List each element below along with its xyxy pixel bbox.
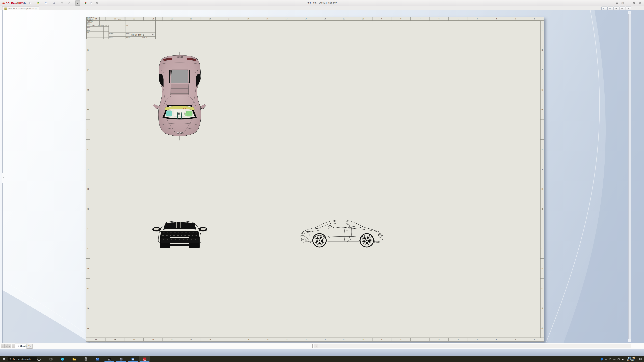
help-bubble-tray-icon[interactable]: ?	[600, 356, 604, 362]
zone-label: 18	[201, 17, 220, 20]
zone-label: R	[86, 40, 90, 60]
open-dropdown-arrow-icon[interactable]	[40, 1, 42, 5]
open-button[interactable]	[36, 1, 40, 5]
vertical-scroll-thumb[interactable]	[628, 14, 631, 339]
taskbar-search-input[interactable]: Type here to search	[8, 357, 37, 361]
pane-right-button[interactable]	[608, 6, 613, 10]
sheet-nav-prev-button[interactable]	[4, 344, 8, 348]
zone-label: 5	[448, 17, 468, 20]
zone-label: L	[540, 120, 544, 139]
sheet-nav-first-button[interactable]	[1, 344, 4, 348]
options-button[interactable]	[94, 1, 99, 5]
windows-logo-icon	[2, 358, 5, 361]
mail-taskbar-icon[interactable]	[92, 356, 103, 362]
scroll-left-icon[interactable]	[314, 344, 318, 348]
tab-scrollbar-splitter[interactable]	[312, 344, 314, 348]
solidworks-2021-taskbar-icon[interactable]: 2021	[139, 356, 150, 362]
save-button[interactable]	[44, 1, 48, 5]
zone-ruler-top: 242322212019181716151413121110987654321	[86, 17, 544, 21]
zone-label: E	[540, 239, 544, 259]
tb-row-label: DRAWN	[87, 27, 90, 28]
select-button[interactable]	[75, 0, 80, 5]
zone-label: 3	[487, 17, 506, 20]
sphere-app-taskbar-icon[interactable]	[116, 356, 126, 362]
car-top-view[interactable]	[152, 51, 207, 141]
zone-label: A	[540, 318, 544, 338]
new-document-button[interactable]	[28, 1, 32, 5]
save-dropdown-arrow-icon[interactable]	[48, 1, 50, 5]
add-sheet-button[interactable]	[26, 344, 32, 349]
tb-line	[112, 25, 112, 32]
zone-label: 5	[448, 338, 468, 341]
select-dropdown-arrow-icon[interactable]	[80, 1, 82, 5]
options-dropdown-arrow-icon[interactable]	[99, 1, 101, 5]
help-button[interactable]: ?	[620, 1, 626, 5]
restore-button[interactable]	[631, 1, 637, 5]
sheet-count-text: SHEET 1 OF 1	[142, 37, 148, 38]
material-label: MATERIAL:	[109, 33, 114, 34]
revision-label: REVISION	[148, 18, 153, 19]
battery-tray-icon[interactable]	[612, 356, 616, 362]
menu-expand-arrow-icon[interactable]	[18, 2, 18, 4]
graphics-area[interactable]: 242322212019181716151413121110987654321 …	[0, 10, 644, 343]
print-button[interactable]	[52, 1, 56, 5]
minimize-child-button[interactable]	[614, 6, 619, 10]
cortana-taskbar-icon[interactable]	[34, 356, 44, 362]
start-button[interactable]	[0, 356, 8, 362]
vertical-scrollbar[interactable]	[628, 11, 631, 342]
zone-label: 8	[392, 17, 410, 20]
zone-label: 8	[392, 338, 410, 341]
action-center-button[interactable]	[638, 356, 643, 362]
feature-manager-expand-handle[interactable]	[2, 173, 5, 183]
drawing-sheet[interactable]: 242322212019181716151413121110987654321 …	[86, 17, 544, 342]
traffic-light-button[interactable]	[84, 1, 88, 5]
blue-app-taskbar-icon[interactable]	[128, 356, 138, 362]
zone-label: 16	[239, 338, 258, 341]
feature-manager-collapsed-panel[interactable]	[0, 10, 2, 343]
scroll-down-icon[interactable]	[628, 339, 631, 342]
zone-label: 4	[468, 338, 487, 341]
scroll-up-icon[interactable]	[628, 11, 631, 13]
close-button[interactable]	[637, 1, 643, 5]
chevron-up-tray-icon[interactable]	[604, 356, 608, 362]
tb-line	[86, 37, 108, 38]
tb-col-header: NAME	[92, 25, 94, 26]
tb-row-label: Q.A	[87, 33, 88, 34]
home-button[interactable]	[22, 1, 27, 5]
network-tray-icon[interactable]	[616, 356, 621, 362]
zone-label: 16	[239, 17, 258, 20]
zone-label: 7	[410, 17, 430, 20]
pane-left-button[interactable]	[602, 6, 607, 10]
sheet-nav-next-button[interactable]	[8, 344, 12, 348]
restore-child-button[interactable]	[620, 6, 625, 10]
close-child-button[interactable]	[626, 6, 631, 10]
edge-taskbar-icon[interactable]	[57, 356, 68, 362]
finish-label: FINISH:	[100, 17, 103, 18]
zone-label: F	[86, 219, 90, 239]
sheet-nav-last-button[interactable]	[12, 344, 15, 348]
document-tab[interactable]: Audi R8 S - Sheet1 [Read-only]	[2, 6, 39, 10]
tb-line	[86, 26, 108, 27]
new-document-dropdown-arrow-icon[interactable]	[32, 1, 34, 5]
tb-col-header: SIGNATURE	[98, 25, 103, 26]
minimize-button[interactable]	[626, 1, 631, 5]
tb-line	[108, 25, 109, 39]
terminal-taskbar-icon[interactable]	[104, 356, 114, 362]
document-properties-button[interactable]	[89, 1, 94, 5]
horizontal-scrollbar[interactable]	[318, 344, 631, 348]
car-side-view[interactable]	[299, 218, 385, 250]
clock[interactable]: 4:03 PM 2/17/2021	[626, 357, 636, 361]
zone-label: 3	[487, 338, 506, 341]
print-dropdown-arrow-icon[interactable]	[56, 1, 58, 5]
car-front-view[interactable]	[151, 218, 208, 251]
sync-tray-icon[interactable]	[608, 356, 612, 362]
sheet-size: A0	[150, 32, 156, 36]
task-view-taskbar-icon[interactable]	[46, 356, 56, 362]
sheet-nav-buttons	[1, 344, 16, 348]
store-taskbar-icon[interactable]	[81, 356, 91, 362]
user-account-button[interactable]	[614, 1, 620, 5]
file-explorer-taskbar-icon[interactable]	[69, 356, 79, 362]
volume-muted-tray-icon[interactable]	[621, 356, 625, 362]
tb-line	[86, 36, 108, 36]
add-sheet-icon	[28, 345, 31, 348]
